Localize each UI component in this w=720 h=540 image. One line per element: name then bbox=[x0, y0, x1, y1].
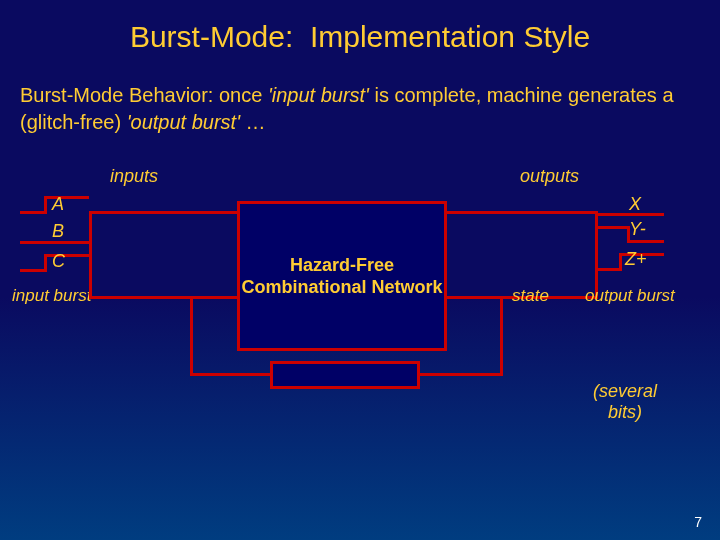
feedback-to-reg bbox=[420, 373, 503, 376]
wire-in-junction bbox=[89, 211, 92, 299]
state-label: state bbox=[512, 286, 549, 306]
outputs-label: outputs bbox=[520, 166, 579, 187]
feedback-into-box bbox=[190, 296, 237, 299]
subtitle-t3: … bbox=[240, 111, 266, 133]
subtitle-prefix: Burst-Mode Behavior: bbox=[20, 84, 213, 106]
signal-b-label: B bbox=[52, 221, 64, 242]
subtitle-t1: once bbox=[213, 84, 267, 106]
slide-subtitle: Burst-Mode Behavior: once 'input burst' … bbox=[0, 64, 720, 136]
bits-note: (several bits) bbox=[575, 381, 675, 423]
subtitle-i2: 'output burst' bbox=[127, 111, 240, 133]
input-burst-label: input burst bbox=[12, 286, 91, 306]
combinational-box: Hazard-Free Combinational Network bbox=[237, 201, 447, 351]
subtitle-i1: 'input burst' bbox=[268, 84, 369, 106]
signal-a-label: A bbox=[52, 194, 64, 215]
feedback-from-reg bbox=[190, 373, 270, 376]
output-burst-label: output burst bbox=[585, 286, 675, 306]
signal-c-label: C bbox=[52, 251, 65, 272]
feedback-down bbox=[500, 296, 503, 376]
slide-title: Burst-Mode: Implementation Style bbox=[0, 0, 720, 64]
signal-x-label: X bbox=[629, 194, 641, 215]
signal-z-label: Z+ bbox=[625, 249, 647, 270]
diagram: inputs outputs A B C input burst Hazard-… bbox=[0, 166, 720, 466]
signal-y-label: Y- bbox=[629, 219, 646, 240]
wire-out-top bbox=[447, 211, 595, 214]
state-register-box bbox=[270, 361, 420, 389]
feedback-up bbox=[190, 296, 193, 376]
wire-in-top bbox=[89, 211, 237, 214]
inputs-label: inputs bbox=[110, 166, 158, 187]
box-text: Hazard-Free Combinational Network bbox=[240, 254, 444, 299]
page-number: 7 bbox=[694, 514, 702, 530]
